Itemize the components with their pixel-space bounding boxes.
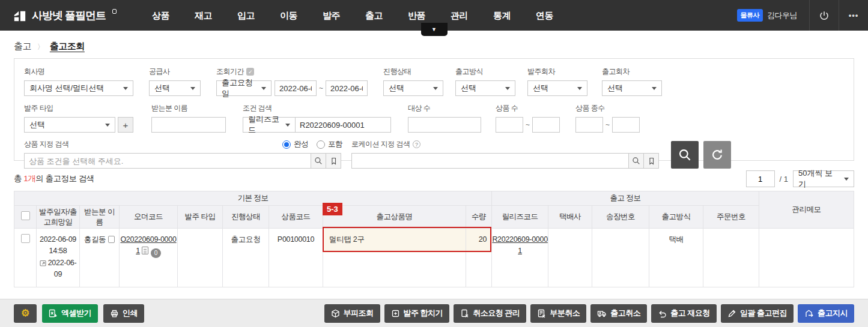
cell-status: 출고요청 <box>223 229 269 287</box>
period-toggle-icon[interactable]: ✓ <box>246 68 254 76</box>
page-size-select[interactable]: 50개씩 보기 <box>793 170 854 187</box>
top-navbar: 사방넷 풀필먼트 상품 재고 입고 이동 발주 출고 반품 관리 통계 연동 물… <box>0 0 868 31</box>
menu-item-stock[interactable]: 재고 <box>182 0 225 31</box>
page-number-input[interactable] <box>746 170 775 187</box>
product-count-max-input[interactable] <box>532 117 560 133</box>
supplier-select[interactable]: 선택 <box>149 80 201 96</box>
comment-count-badge[interactable]: 0 <box>151 248 161 258</box>
more-menu-button[interactable]: ••• <box>839 0 868 31</box>
chevron-down-icon <box>505 87 510 90</box>
app-logo[interactable]: 사방넷 풀필먼트 <box>0 8 117 23</box>
date-range-tilde: ~ <box>319 84 323 92</box>
product-kinds-min-input[interactable] <box>575 117 603 133</box>
cell-invoice <box>592 229 649 287</box>
volume-check-button[interactable]: 부피조회 <box>324 304 380 323</box>
release-round-label: 출고회차 <box>602 67 662 77</box>
partial-cancel-button[interactable]: 부분취소 <box>530 304 586 323</box>
merge-orders-button[interactable]: 발주 합치기 <box>384 304 450 323</box>
release-round-select[interactable]: 선택 <box>602 80 662 96</box>
col-product-name: 출고상품명 <box>323 206 466 229</box>
table-group-header-row: 기본 정보 출고 정보 관리메모 <box>14 191 854 206</box>
ship-method-label: 출고방식 <box>455 67 515 77</box>
product-count-min-input[interactable] <box>496 117 523 133</box>
chevron-down-icon: ▼ <box>431 26 437 32</box>
bottom-toolbar: ⚙ 엑셀받기 인쇄 부피조회 발주 합치기 취소요청 관리 부분취소 <box>0 299 868 327</box>
recipient-input[interactable] <box>151 117 226 133</box>
company-select[interactable]: 회사명 선택/멀티선택 <box>24 80 133 96</box>
help-icon[interactable]: ? <box>413 140 420 148</box>
col-courier: 택배사 <box>548 206 592 229</box>
reset-filters-button[interactable] <box>703 141 731 169</box>
product-kinds-label: 상품 종수 <box>575 103 640 113</box>
breadcrumb-parent[interactable]: 출고 <box>14 41 31 51</box>
menu-item-move[interactable]: 이동 <box>267 0 310 31</box>
row-checkbox[interactable] <box>21 234 30 243</box>
cell-checkbox <box>14 229 37 287</box>
target-count-input[interactable] <box>408 117 481 133</box>
nav-expand-toggle[interactable]: ▼ <box>421 23 448 36</box>
print-button[interactable]: 인쇄 <box>103 304 144 323</box>
chevron-down-icon <box>577 87 582 90</box>
release-code-link[interactable]: R20220609-00001 <box>492 235 547 255</box>
menu-item-products[interactable]: 상품 <box>139 0 182 31</box>
chevron-down-icon <box>123 87 128 90</box>
menu-item-link[interactable]: 연동 <box>523 0 566 31</box>
table-column-header-row: 발주일자/출고희망일 받는분 이름 오더코드 발주 타입 진행상태 상품코드 출… <box>14 206 854 229</box>
order-code-link[interactable]: O20220609-00001 <box>120 235 176 255</box>
location-search-bookmark-button[interactable] <box>643 153 659 169</box>
logo-icon <box>13 9 26 22</box>
chevron-down-icon <box>190 87 195 90</box>
location-search-input[interactable] <box>351 153 629 169</box>
menu-item-inbound[interactable]: 입고 <box>225 0 267 31</box>
recipient-memo-icon[interactable] <box>108 236 115 243</box>
re-request-outbound-button[interactable]: 출고 재요청 <box>651 304 717 323</box>
add-order-type-button[interactable]: + <box>118 117 133 133</box>
radio-include[interactable]: 포함 <box>317 139 342 149</box>
cell-order-no <box>703 229 759 287</box>
cancel-outbound-button[interactable]: 출고취소 <box>590 304 647 323</box>
logout-button[interactable] <box>809 0 839 31</box>
group-release-info: 출고 정보 <box>492 191 759 206</box>
excel-download-button[interactable]: 엑셀받기 <box>42 304 98 323</box>
period-type-select[interactable]: 출고요청일 <box>216 80 272 96</box>
menu-item-stats[interactable]: 통계 <box>481 0 523 31</box>
select-all-checkbox[interactable] <box>21 211 30 220</box>
bookmark-icon <box>330 157 338 165</box>
bulk-edit-outbound-button[interactable]: 일괄 출고편집 <box>721 304 794 323</box>
main-menu: 상품 재고 입고 이동 발주 출고 반품 관리 통계 연동 <box>139 0 566 31</box>
radio-complete[interactable]: 완성 <box>282 139 308 149</box>
col-invoice: 송장번호 <box>592 206 649 229</box>
menu-item-outbound[interactable]: 출고 <box>353 0 395 31</box>
order-type-select[interactable]: 선택 <box>24 117 115 133</box>
cancel-request-manage-button[interactable]: 취소요청 관리 <box>454 304 526 323</box>
location-search-button[interactable] <box>628 153 644 169</box>
status-select[interactable]: 선택 <box>383 80 443 96</box>
ship-method-select[interactable]: 선택 <box>455 80 515 96</box>
breadcrumb-separator: 〉 <box>37 43 44 51</box>
cell-release-code: R20220609-00001 <box>492 229 548 287</box>
product-search-bookmark-button[interactable] <box>326 153 341 169</box>
outbound-instruction-button[interactable]: 출고지시 <box>798 304 854 323</box>
col-status: 진행상태 <box>223 206 269 229</box>
search-icon <box>678 148 691 161</box>
printer-icon <box>110 309 119 318</box>
product-search-button[interactable] <box>311 153 326 169</box>
condition-value-input[interactable] <box>295 117 391 133</box>
condition-type-select[interactable]: 릴리즈코드 <box>243 117 296 133</box>
date-from-input[interactable] <box>275 80 317 96</box>
product-search-label: 상품 지정 검색 <box>24 139 69 149</box>
period-label: 조회기간 <box>216 67 244 77</box>
product-search-input[interactable] <box>24 153 311 169</box>
range-tilde: ~ <box>605 121 610 129</box>
order-round-select[interactable]: 선택 <box>527 80 587 96</box>
search-icon <box>314 157 323 165</box>
group-basic-info: 기본 정보 <box>14 191 492 206</box>
menu-item-order[interactable]: 발주 <box>310 0 353 31</box>
product-count-label: 상품 수 <box>496 103 560 113</box>
settings-button[interactable]: ⚙ <box>14 304 37 323</box>
document-icon[interactable] <box>142 247 148 254</box>
date-to-input[interactable] <box>326 80 368 96</box>
search-submit-button[interactable] <box>671 141 699 169</box>
supplier-label: 공급사 <box>149 67 201 77</box>
product-kinds-max-input[interactable] <box>612 117 640 133</box>
